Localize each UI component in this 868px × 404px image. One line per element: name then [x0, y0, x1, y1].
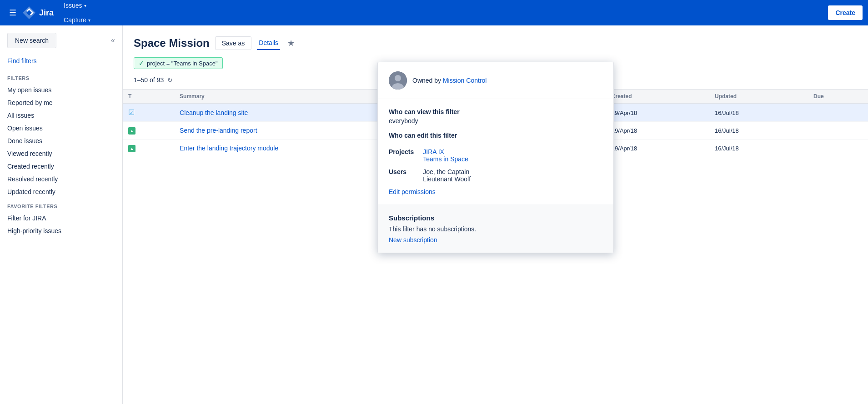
- user-captain: Joe, the Captain: [423, 168, 602, 175]
- who-can-view-value: everybody: [389, 117, 602, 125]
- sidebar-item-reported-by-me[interactable]: Reported by me: [0, 96, 122, 109]
- issue-link[interactable]: Cleanup the landing site: [180, 109, 248, 116]
- new-search-button[interactable]: New search: [7, 33, 56, 48]
- owner-text: Owned by Mission Control: [412, 77, 487, 84]
- sidebar: New search « Find filters FILTERS My ope…: [0, 25, 123, 404]
- favorite-filters-section-label: FAVORITE FILTERS: [0, 198, 122, 212]
- issue-link[interactable]: Send the pre-landing report: [180, 127, 257, 134]
- col-updated-cell: 16/Jul/18: [709, 140, 808, 157]
- refresh-icon[interactable]: ↻: [167, 76, 173, 84]
- popup-subscriptions-section: Subscriptions This filter has no subscri…: [378, 205, 613, 253]
- project-teams-in-space-link[interactable]: Teams in Space: [423, 155, 602, 163]
- owner-name-link[interactable]: Mission Control: [443, 77, 487, 84]
- sidebar-favorite-links: Filter for JIRAHigh-priority issues: [0, 212, 122, 237]
- col-due-cell: [808, 122, 868, 140]
- task-icon: ☑: [128, 109, 135, 116]
- no-subscriptions-text: This filter has no subscriptions.: [389, 225, 602, 233]
- collapse-sidebar-button[interactable]: «: [111, 36, 115, 45]
- details-popup: Owned by Mission Control Who can view th…: [377, 62, 614, 253]
- col-due-cell: [808, 104, 868, 122]
- user-woolf: Lieutenant Woolf: [423, 175, 602, 183]
- owner-row: Owned by Mission Control: [389, 71, 602, 90]
- owner-avatar: [389, 71, 407, 90]
- col-created: Created: [606, 90, 709, 104]
- col-created-cell: 19/Apr/18: [606, 104, 709, 122]
- story-icon: ▲: [128, 127, 135, 135]
- filter-chip[interactable]: ✓ project = "Teams in Space": [134, 57, 223, 69]
- star-button[interactable]: ★: [286, 38, 296, 48]
- sidebar-item-all-issues[interactable]: All issues: [0, 109, 122, 122]
- subscriptions-title: Subscriptions: [389, 214, 602, 222]
- col-due-cell: [808, 140, 868, 157]
- users-label: Users: [389, 168, 414, 175]
- sidebar-filter-links: My open issuesReported by meAll issuesOp…: [0, 84, 122, 198]
- projects-values: JIRA IX Teams in Space: [423, 148, 602, 163]
- svg-point-1: [395, 75, 401, 81]
- permissions-grid: Projects JIRA IX Teams in Space Users Jo…: [389, 148, 602, 183]
- col-updated-cell: 16/Jul/18: [709, 104, 808, 122]
- sidebar-item-done-issues[interactable]: Done issues: [0, 135, 122, 147]
- owned-by-label: Owned by: [412, 77, 441, 84]
- hamburger-menu[interactable]: ☰: [5, 4, 20, 21]
- filters-section-label: FILTERS: [0, 70, 122, 84]
- col-created-cell: 19/Apr/18: [606, 140, 709, 157]
- avatar-img: [389, 71, 407, 90]
- sidebar-item-created-recently[interactable]: Created recently: [0, 160, 122, 173]
- sidebar-item-viewed-recently[interactable]: Viewed recently: [0, 147, 122, 160]
- col-type-cell: ☑: [123, 104, 174, 122]
- filter-title: Space Mission: [134, 37, 210, 50]
- create-button[interactable]: Create: [828, 5, 863, 20]
- sidebar-item-my-open-issues[interactable]: My open issues: [0, 84, 122, 96]
- sidebar-item-open-issues[interactable]: Open issues: [0, 122, 122, 135]
- filter-chip-icon: ✓: [139, 60, 144, 67]
- who-can-edit-label: Who can edit this filter: [389, 132, 602, 139]
- issue-link[interactable]: Enter the landing trajectory module: [180, 145, 278, 152]
- story-icon: ▲: [128, 145, 135, 152]
- col-updated: Updated: [709, 90, 808, 104]
- edit-permissions-link[interactable]: Edit permissions: [389, 188, 436, 195]
- users-values: Joe, the Captain Lieutenant Woolf: [423, 168, 602, 183]
- col-type-cell: ▲: [123, 140, 174, 157]
- navigation-bar: ☰ Jira Dashboards▾Projects▾Issues▾Captur…: [0, 0, 868, 25]
- sidebar-favorite-high-priority-issues[interactable]: High-priority issues: [0, 224, 122, 237]
- sidebar-item-updated-recently[interactable]: Updated recently: [0, 185, 122, 198]
- sidebar-item-resolved-recently[interactable]: Resolved recently: [0, 173, 122, 185]
- details-button[interactable]: Details: [257, 36, 280, 50]
- popup-permissions-section: Who can view this filter everybody Who c…: [378, 99, 613, 205]
- results-count: 1–50 of 93: [134, 76, 164, 84]
- project-jira-ix-link[interactable]: JIRA IX: [423, 148, 602, 155]
- who-can-view-label: Who can view this filter: [389, 108, 602, 115]
- save-as-button[interactable]: Save as: [215, 36, 252, 50]
- nav-item-issues[interactable]: Issues▾: [59, 0, 107, 13]
- col-created-cell: 19/Apr/18: [606, 122, 709, 140]
- content-header: Space Mission Save as Details ★: [123, 25, 868, 50]
- col-type-cell: ▲: [123, 122, 174, 140]
- sidebar-favorite-filter-jira[interactable]: Filter for JIRA: [0, 212, 122, 224]
- col-updated-cell: 16/Jul/18: [709, 122, 808, 140]
- filter-chip-text: project = "Teams in Space": [147, 60, 218, 67]
- sidebar-top: New search «: [0, 33, 122, 55]
- main-content: Space Mission Save as Details ★ ✓ projec…: [123, 25, 868, 404]
- popup-owner-section: Owned by Mission Control: [378, 62, 613, 99]
- jira-logo[interactable]: Jira: [22, 5, 54, 20]
- logo-text: Jira: [39, 8, 54, 18]
- projects-label: Projects: [389, 148, 414, 155]
- col-type: T: [123, 90, 174, 104]
- col-due: Due: [808, 90, 868, 104]
- new-subscription-link[interactable]: New subscription: [389, 236, 437, 244]
- find-filters-link[interactable]: Find filters: [0, 55, 122, 70]
